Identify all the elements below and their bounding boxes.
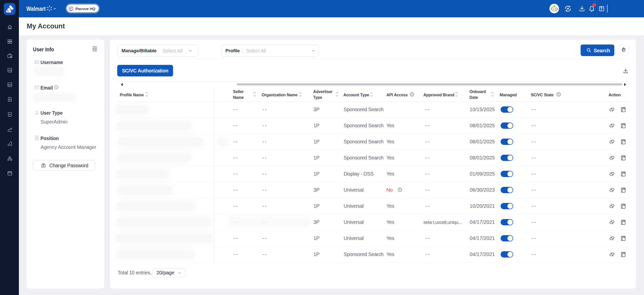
svg-text:SS: SS	[8, 69, 11, 72]
svg-text:DA: DA	[8, 84, 12, 86]
